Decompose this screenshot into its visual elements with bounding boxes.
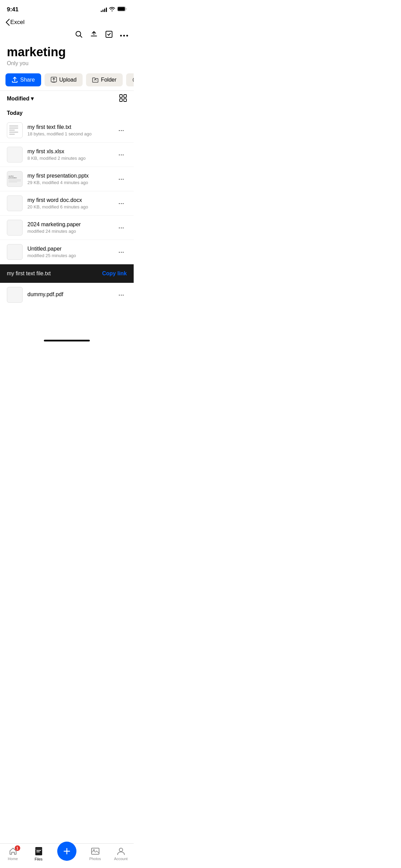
- upload-button-action[interactable]: Upload: [45, 73, 83, 86]
- file-info: my first xls.xlsx 8 KB, modified 2 minut…: [27, 148, 116, 161]
- upload-button[interactable]: [90, 30, 98, 40]
- page-subtitle: Only you: [7, 60, 127, 67]
- back-nav[interactable]: Excel: [0, 17, 134, 27]
- list-item[interactable]: my first presentation my first presentat…: [0, 167, 134, 191]
- file-info: my first text file.txt 18 bytes, modifie…: [27, 124, 116, 137]
- file-thumbnail: [7, 122, 23, 138]
- sort-bar: Modified ▾: [0, 91, 134, 107]
- status-icons: [101, 7, 127, 13]
- battery-icon: [117, 7, 127, 13]
- file-more-button[interactable]: ···: [116, 198, 127, 208]
- select-button[interactable]: [105, 30, 113, 40]
- list-item[interactable]: my first text file.txt 18 bytes, modifie…: [0, 118, 134, 143]
- home-indicator: [44, 340, 90, 341]
- share-button[interactable]: Share: [5, 73, 41, 86]
- section-today: Today: [0, 107, 134, 118]
- file-info: 2024 marketing.paper modified 24 minutes…: [27, 221, 116, 234]
- signal-icon: [101, 7, 107, 12]
- page-title: marketing: [7, 45, 127, 59]
- chevron-down-icon: ▾: [31, 95, 34, 102]
- file-thumbnail: my first presentation: [7, 171, 23, 187]
- offline-button[interactable]: Offline: [126, 73, 134, 86]
- file-thumbnail: [7, 195, 23, 211]
- file-thumbnail: [7, 220, 23, 236]
- file-thumbnail: [7, 244, 23, 260]
- list-item[interactable]: dummy.pdf.pdf ···: [0, 283, 134, 307]
- action-buttons: Share Upload Folder: [0, 68, 134, 91]
- file-more-button[interactable]: ···: [116, 246, 127, 257]
- file-info: Untitled.paper modified 25 minutes ago: [27, 245, 116, 258]
- file-more-button[interactable]: ···: [116, 149, 127, 160]
- more-button[interactable]: [120, 32, 128, 38]
- copy-link-button[interactable]: Copy link: [102, 270, 127, 277]
- list-item[interactable]: Untitled.paper modified 25 minutes ago ·…: [0, 240, 134, 264]
- svg-rect-13: [124, 99, 126, 101]
- toolbar: [0, 27, 134, 43]
- file-more-button[interactable]: ···: [116, 125, 127, 135]
- file-info: my first word doc.docx 20 KB, modified 6…: [27, 197, 116, 210]
- svg-rect-10: [120, 95, 122, 97]
- grid-view-button[interactable]: [119, 94, 127, 103]
- folder-icon: [92, 77, 98, 83]
- list-item[interactable]: my first word doc.docx 20 KB, modified 6…: [0, 191, 134, 216]
- offline-icon: [132, 77, 134, 83]
- wifi-icon: [109, 7, 115, 13]
- toast-notification: my first text file.txt Copy link: [0, 264, 134, 283]
- svg-rect-3: [91, 36, 97, 36]
- list-item[interactable]: my first xls.xlsx 8 KB, modified 2 minut…: [0, 143, 134, 167]
- share-icon: [12, 77, 18, 83]
- svg-rect-1: [118, 7, 125, 11]
- toast-text: my first text file.txt: [7, 270, 51, 277]
- svg-rect-11: [124, 95, 126, 97]
- svg-rect-4: [106, 31, 112, 37]
- file-list: my first text file.txt 18 bytes, modifie…: [0, 118, 134, 264]
- svg-rect-12: [120, 99, 122, 101]
- toolbar-right: [75, 30, 128, 40]
- svg-point-9: [133, 77, 134, 82]
- sort-button[interactable]: Modified ▾: [7, 95, 34, 102]
- file-more-button[interactable]: ···: [116, 289, 127, 300]
- back-label: Excel: [10, 19, 25, 26]
- search-button[interactable]: [75, 30, 83, 40]
- folder-button[interactable]: Folder: [86, 73, 122, 86]
- file-thumbnail: [7, 147, 23, 162]
- back-icon: [5, 19, 10, 26]
- svg-point-6: [123, 35, 125, 37]
- svg-point-7: [126, 35, 128, 37]
- file-info: dummy.pdf.pdf: [27, 291, 116, 298]
- file-thumbnail: [7, 287, 23, 303]
- list-item[interactable]: 2024 marketing.paper modified 24 minutes…: [0, 216, 134, 240]
- svg-point-5: [120, 35, 122, 37]
- file-more-button[interactable]: ···: [116, 222, 127, 233]
- page-title-section: marketing Only you: [0, 43, 134, 68]
- file-info: my first presentation.pptx 29 KB, modifi…: [27, 172, 116, 185]
- upload-icon: [51, 77, 57, 83]
- status-time: 9:41: [7, 6, 19, 13]
- status-bar: 9:41: [0, 0, 134, 17]
- file-more-button[interactable]: ···: [116, 173, 127, 184]
